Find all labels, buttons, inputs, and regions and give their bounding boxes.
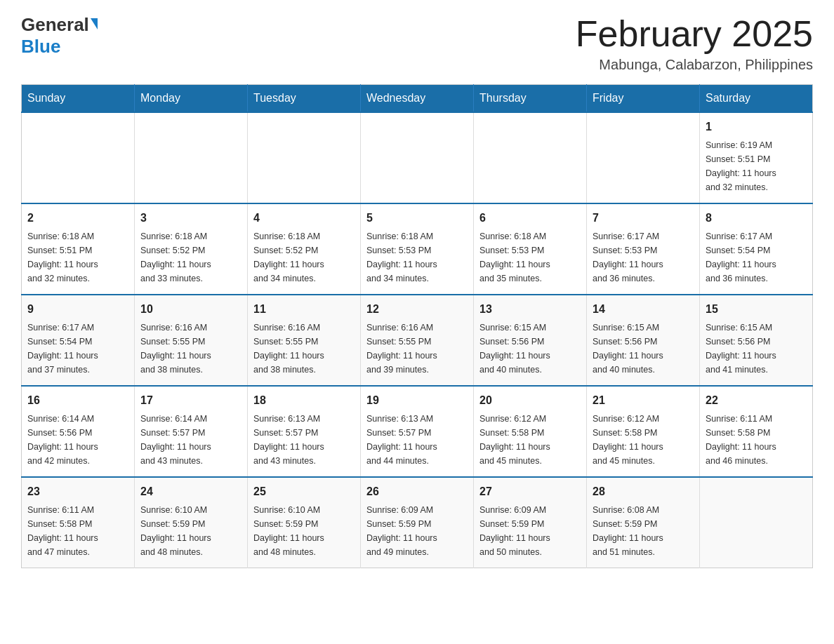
day-info: Sunrise: 6:16 AM Sunset: 5:55 PM Dayligh… [140,321,241,377]
day-info: Sunrise: 6:18 AM Sunset: 5:53 PM Dayligh… [366,229,468,286]
calendar-cell: 19Sunrise: 6:13 AM Sunset: 5:57 PM Dayli… [361,386,474,477]
day-number: 21 [593,392,694,409]
calendar-cell: 23Sunrise: 6:11 AM Sunset: 5:58 PM Dayli… [22,477,135,568]
day-info: Sunrise: 6:19 AM Sunset: 5:51 PM Dayligh… [706,138,807,194]
day-info: Sunrise: 6:08 AM Sunset: 5:59 PM Dayligh… [593,503,694,559]
day-info: Sunrise: 6:17 AM Sunset: 5:54 PM Dayligh… [27,321,128,377]
location-title: Mabunga, Calabarzon, Philippines [576,57,813,73]
calendar-cell: 26Sunrise: 6:09 AM Sunset: 5:59 PM Dayli… [361,477,474,568]
day-number: 15 [706,301,807,318]
month-title: February 2025 [576,14,813,54]
day-number: 28 [593,483,694,500]
calendar-header: SundayMondayTuesdayWednesdayThursdayFrid… [22,85,813,113]
day-info: Sunrise: 6:09 AM Sunset: 5:59 PM Dayligh… [479,503,581,559]
calendar-week-3: 9Sunrise: 6:17 AM Sunset: 5:54 PM Daylig… [22,295,813,386]
day-number: 23 [27,483,128,500]
day-number: 24 [140,483,241,500]
day-number: 25 [253,483,355,500]
calendar-cell: 14Sunrise: 6:15 AM Sunset: 5:56 PM Dayli… [587,295,700,386]
logo-blue-text: Blue [21,36,60,57]
day-info: Sunrise: 6:12 AM Sunset: 5:58 PM Dayligh… [479,412,581,468]
calendar-cell [361,112,474,203]
day-info: Sunrise: 6:18 AM Sunset: 5:51 PM Dayligh… [27,229,128,286]
day-number: 13 [479,301,581,318]
calendar-week-1: 1Sunrise: 6:19 AM Sunset: 5:51 PM Daylig… [22,112,813,203]
day-number: 12 [366,301,468,318]
day-header-friday: Friday [587,85,700,113]
calendar-week-4: 16Sunrise: 6:14 AM Sunset: 5:56 PM Dayli… [22,386,813,477]
day-header-monday: Monday [135,85,248,113]
calendar-cell [587,112,700,203]
day-info: Sunrise: 6:14 AM Sunset: 5:56 PM Dayligh… [27,412,128,468]
day-number: 20 [479,392,581,409]
day-info: Sunrise: 6:17 AM Sunset: 5:54 PM Dayligh… [706,229,807,286]
day-info: Sunrise: 6:13 AM Sunset: 5:57 PM Dayligh… [366,412,468,468]
day-info: Sunrise: 6:13 AM Sunset: 5:57 PM Dayligh… [253,412,355,468]
day-info: Sunrise: 6:18 AM Sunset: 5:52 PM Dayligh… [140,229,241,286]
calendar-cell: 12Sunrise: 6:16 AM Sunset: 5:55 PM Dayli… [361,295,474,386]
calendar-cell: 25Sunrise: 6:10 AM Sunset: 5:59 PM Dayli… [248,477,361,568]
day-info: Sunrise: 6:15 AM Sunset: 5:56 PM Dayligh… [706,321,807,377]
day-number: 26 [366,483,468,500]
calendar-cell: 1Sunrise: 6:19 AM Sunset: 5:51 PM Daylig… [700,112,813,203]
day-header-wednesday: Wednesday [361,85,474,113]
day-number: 6 [479,210,581,227]
calendar-cell: 28Sunrise: 6:08 AM Sunset: 5:59 PM Dayli… [587,477,700,568]
day-info: Sunrise: 6:15 AM Sunset: 5:56 PM Dayligh… [479,321,581,377]
day-number: 10 [140,301,241,318]
calendar-cell: 3Sunrise: 6:18 AM Sunset: 5:52 PM Daylig… [135,203,248,295]
day-info: Sunrise: 6:11 AM Sunset: 5:58 PM Dayligh… [27,503,128,559]
logo: General Blue [21,14,98,58]
day-number: 16 [27,392,128,409]
calendar-body: 1Sunrise: 6:19 AM Sunset: 5:51 PM Daylig… [22,112,813,568]
calendar-cell: 17Sunrise: 6:14 AM Sunset: 5:57 PM Dayli… [135,386,248,477]
day-info: Sunrise: 6:16 AM Sunset: 5:55 PM Dayligh… [253,321,355,377]
day-number: 22 [706,392,807,409]
calendar-cell: 10Sunrise: 6:16 AM Sunset: 5:55 PM Dayli… [135,295,248,386]
calendar-cell: 20Sunrise: 6:12 AM Sunset: 5:58 PM Dayli… [474,386,587,477]
day-number: 18 [253,392,355,409]
day-info: Sunrise: 6:10 AM Sunset: 5:59 PM Dayligh… [253,503,355,559]
calendar-table: SundayMondayTuesdayWednesdayThursdayFrid… [21,84,813,568]
day-number: 8 [706,210,807,227]
calendar-cell: 9Sunrise: 6:17 AM Sunset: 5:54 PM Daylig… [22,295,135,386]
day-number: 3 [140,210,241,227]
day-number: 7 [593,210,694,227]
day-info: Sunrise: 6:18 AM Sunset: 5:52 PM Dayligh… [253,229,355,286]
day-info: Sunrise: 6:18 AM Sunset: 5:53 PM Dayligh… [479,229,581,286]
calendar-cell: 27Sunrise: 6:09 AM Sunset: 5:59 PM Dayli… [474,477,587,568]
logo-triangle-icon [91,18,98,29]
day-number: 5 [366,210,468,227]
day-number: 2 [27,210,128,227]
calendar-cell: 22Sunrise: 6:11 AM Sunset: 5:58 PM Dayli… [700,386,813,477]
calendar-cell [135,112,248,203]
day-info: Sunrise: 6:15 AM Sunset: 5:56 PM Dayligh… [593,321,694,377]
day-header-saturday: Saturday [700,85,813,113]
calendar-cell: 24Sunrise: 6:10 AM Sunset: 5:59 PM Dayli… [135,477,248,568]
calendar-cell: 8Sunrise: 6:17 AM Sunset: 5:54 PM Daylig… [700,203,813,295]
calendar-cell: 2Sunrise: 6:18 AM Sunset: 5:51 PM Daylig… [22,203,135,295]
day-info: Sunrise: 6:14 AM Sunset: 5:57 PM Dayligh… [140,412,241,468]
calendar-cell: 13Sunrise: 6:15 AM Sunset: 5:56 PM Dayli… [474,295,587,386]
calendar-cell: 18Sunrise: 6:13 AM Sunset: 5:57 PM Dayli… [248,386,361,477]
day-header-tuesday: Tuesday [248,85,361,113]
calendar-cell [700,477,813,568]
calendar-cell: 4Sunrise: 6:18 AM Sunset: 5:52 PM Daylig… [248,203,361,295]
day-info: Sunrise: 6:11 AM Sunset: 5:58 PM Dayligh… [706,412,807,468]
calendar-cell: 16Sunrise: 6:14 AM Sunset: 5:56 PM Dayli… [22,386,135,477]
calendar-cell [474,112,587,203]
day-info: Sunrise: 6:10 AM Sunset: 5:59 PM Dayligh… [140,503,241,559]
day-info: Sunrise: 6:16 AM Sunset: 5:55 PM Dayligh… [366,321,468,377]
day-number: 4 [253,210,355,227]
day-number: 1 [706,119,807,135]
calendar-cell: 21Sunrise: 6:12 AM Sunset: 5:58 PM Dayli… [587,386,700,477]
day-number: 27 [479,483,581,500]
calendar-week-2: 2Sunrise: 6:18 AM Sunset: 5:51 PM Daylig… [22,203,813,295]
day-number: 14 [593,301,694,318]
calendar-cell [248,112,361,203]
calendar-cell: 5Sunrise: 6:18 AM Sunset: 5:53 PM Daylig… [361,203,474,295]
title-area: February 2025 Mabunga, Calabarzon, Phili… [576,14,813,73]
day-number: 19 [366,392,468,409]
day-number: 17 [140,392,241,409]
day-info: Sunrise: 6:09 AM Sunset: 5:59 PM Dayligh… [366,503,468,559]
